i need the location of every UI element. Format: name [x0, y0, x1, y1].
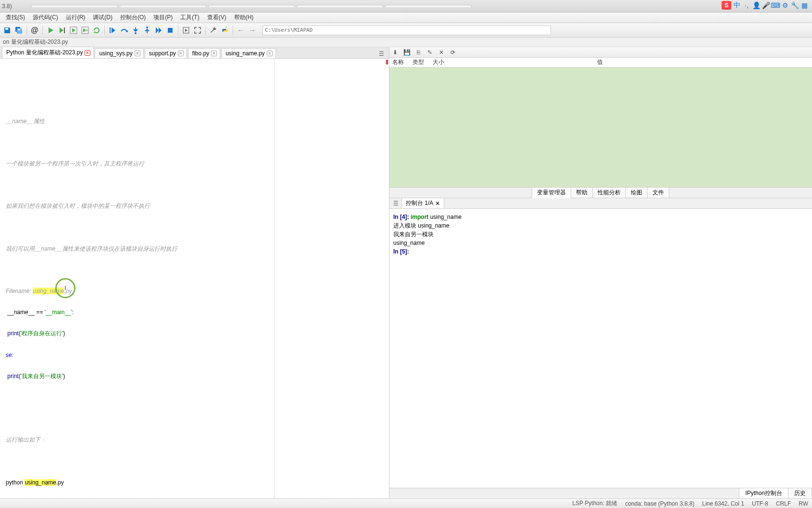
back-icon[interactable]: ←: [236, 25, 246, 36]
at-icon[interactable]: @: [29, 25, 40, 36]
edit-icon[interactable]: ✎: [426, 49, 434, 56]
save-all-var-icon[interactable]: ⎘: [414, 49, 422, 56]
status-lsp[interactable]: LSP Python: 就绪: [573, 499, 618, 508]
right-pane: ⬇ 💾 ⎘ ✎ ✕ ⟳ 名称 类型 大小 值 变量管理器 帮助 性能分析 绘图 …: [389, 47, 812, 498]
continue-icon[interactable]: [153, 25, 164, 36]
ime-gear-icon[interactable]: ⚙: [781, 1, 789, 9]
col-name[interactable]: 名称: [392, 58, 407, 66]
console-tab-label: 控制台 1/A: [406, 199, 433, 207]
run-cell-icon[interactable]: [57, 25, 67, 36]
ime-tool-icon[interactable]: 🔧: [791, 1, 799, 9]
titlebar: 3.8) S 中 ·, 👤 🎤 ⌨ ⚙ 🔧 ▦: [0, 0, 812, 13]
working-dir-input[interactable]: [262, 25, 551, 35]
menu-project[interactable]: 项目(P): [150, 13, 176, 23]
tab-fibo[interactable]: fibo.py ✕: [188, 48, 220, 58]
maximize-icon[interactable]: [192, 25, 203, 36]
window-tab[interactable]: [208, 5, 295, 7]
code-comment: 一个模块被另一个程序第一次引入时，其主程序将运行: [2, 159, 389, 168]
import-icon[interactable]: ⬇: [391, 49, 399, 56]
rerun-icon[interactable]: [91, 25, 102, 36]
menu-view[interactable]: 查看(V): [203, 13, 230, 23]
window-tab[interactable]: [31, 5, 118, 7]
ime-sogou-icon[interactable]: S: [722, 1, 731, 10]
pane-tabs: 变量管理器 帮助 性能分析 绘图 文件: [389, 188, 812, 198]
window-tab[interactable]: [385, 5, 472, 7]
run-cell-advance-icon[interactable]: [68, 25, 79, 36]
status-rw[interactable]: RW: [799, 500, 808, 507]
save-icon[interactable]: [2, 25, 12, 36]
tab-history[interactable]: 历史: [788, 488, 812, 499]
scroll-marker: [386, 60, 388, 64]
menu-run[interactable]: 运行(R): [62, 13, 89, 23]
variable-explorer-body[interactable]: [389, 67, 812, 188]
tabs-menu-icon[interactable]: ☰: [376, 50, 387, 58]
menu-source[interactable]: 源代码(C): [29, 13, 62, 23]
debug-icon[interactable]: [107, 25, 118, 36]
python-icon[interactable]: [220, 25, 230, 36]
console-tab[interactable]: 控制台 1/A ✕: [401, 198, 444, 209]
tab-using-sys[interactable]: using_sys.py ✕: [95, 48, 143, 58]
col-value[interactable]: 值: [597, 58, 603, 66]
tab-label: fibo.py: [192, 50, 209, 57]
console-options-icon[interactable]: ☰: [391, 199, 400, 208]
close-icon[interactable]: ✕: [267, 51, 273, 56]
tab-using-name[interactable]: using_name.py ✕: [221, 48, 275, 58]
separator: [233, 25, 233, 35]
status-encoding[interactable]: UTF-8: [752, 500, 768, 507]
run-selection-icon[interactable]: [80, 25, 90, 36]
debug-file-icon[interactable]: [181, 25, 191, 36]
menu-help[interactable]: 帮助(H): [230, 13, 258, 23]
menu-debug[interactable]: 调试(D): [89, 13, 116, 23]
menu-tools[interactable]: 工具(T): [176, 13, 203, 23]
toolbar: @ ← →: [0, 23, 812, 38]
menu-search[interactable]: 查找(S): [2, 13, 29, 23]
menubar: 查找(S) 源代码(C) 运行(R) 调试(D) 控制台(O) 项目(P) 工具…: [0, 13, 812, 23]
delete-icon[interactable]: ✕: [437, 49, 445, 56]
tab-files[interactable]: 文件: [647, 187, 669, 198]
refresh-icon[interactable]: ⟳: [449, 49, 457, 56]
close-icon[interactable]: ✕: [435, 200, 440, 207]
tab-profiler[interactable]: 性能分析: [592, 187, 626, 198]
ime-lang-icon[interactable]: 中: [733, 1, 741, 9]
status-line-col[interactable]: Line 6342, Col 1: [702, 500, 744, 507]
col-type[interactable]: 类型: [412, 58, 427, 66]
close-icon[interactable]: ✕: [135, 51, 140, 56]
wrench-icon[interactable]: [208, 25, 219, 36]
ipython-console[interactable]: In [4]: import using_name 进入模块 using_nam…: [389, 209, 812, 488]
step-into-icon[interactable]: [130, 25, 141, 36]
ime-punct-icon[interactable]: ·,: [743, 1, 750, 9]
app-version: 3.8): [2, 3, 12, 10]
ime-user-icon[interactable]: 👤: [752, 1, 760, 9]
variable-toolbar: ⬇ 💾 ⎘ ✎ ✕ ⟳: [389, 47, 812, 58]
stop-icon[interactable]: [165, 25, 175, 36]
tab-plots[interactable]: 绘图: [625, 187, 648, 198]
save-all-icon[interactable]: [13, 25, 24, 36]
tab-help[interactable]: 帮助: [571, 187, 593, 198]
tab-main-file[interactable]: Python 量化编程基础-2023.py ✕: [2, 47, 94, 58]
statusbar: LSP Python: 就绪 conda: base (Python 3.8.8…: [0, 498, 812, 508]
close-icon[interactable]: ✕: [211, 51, 217, 56]
window-tab[interactable]: [297, 5, 383, 7]
window-tab[interactable]: [120, 5, 206, 7]
forward-icon[interactable]: →: [247, 25, 258, 36]
ime-mic-icon[interactable]: 🎤: [762, 1, 770, 9]
tab-variable-explorer[interactable]: 变量管理器: [532, 187, 571, 198]
close-icon[interactable]: ✕: [178, 51, 184, 56]
save-var-icon[interactable]: 💾: [403, 49, 411, 56]
status-conda[interactable]: conda: base (Python 3.8.8): [625, 500, 694, 507]
ime-keyboard-icon[interactable]: ⌨: [772, 1, 779, 9]
tab-ipython[interactable]: IPython控制台: [739, 488, 788, 499]
svg-rect-0: [5, 28, 8, 30]
code-editor[interactable]: __name__属性 一个模块被另一个程序第一次引入时，其主程序将运行 如果我们…: [0, 59, 389, 498]
svg-point-7: [135, 32, 137, 34]
step-out-icon[interactable]: [142, 25, 152, 36]
run-icon[interactable]: [45, 25, 56, 36]
close-icon[interactable]: ✕: [85, 50, 90, 56]
status-eol[interactable]: CRLF: [776, 500, 791, 507]
step-over-icon[interactable]: [119, 25, 129, 36]
tab-support[interactable]: support.py ✕: [145, 48, 187, 58]
col-size[interactable]: 大小: [433, 58, 447, 66]
menu-console[interactable]: 控制台(O): [116, 13, 150, 23]
ime-grid-icon[interactable]: ▦: [800, 1, 808, 9]
editor-pane: Python 量化编程基础-2023.py ✕ using_sys.py ✕ s…: [0, 47, 389, 498]
